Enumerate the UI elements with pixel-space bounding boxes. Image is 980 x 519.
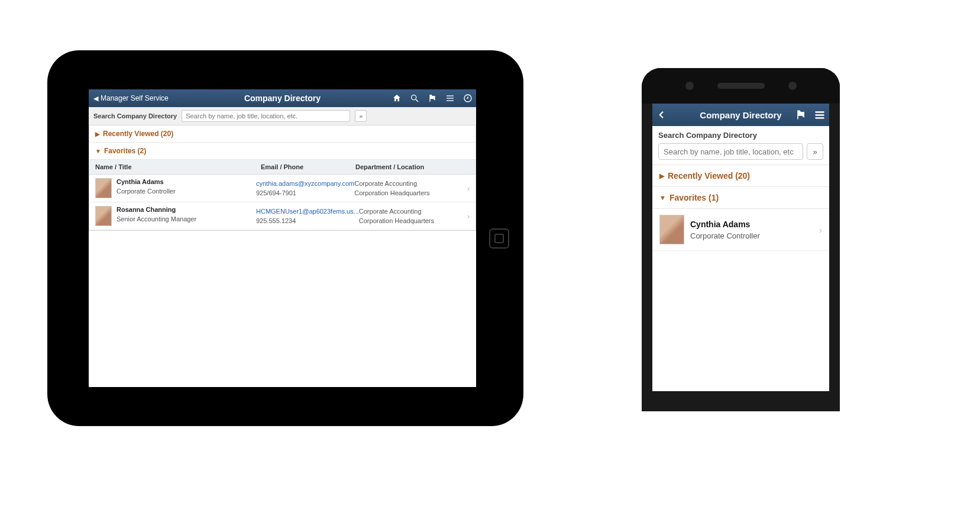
caret-right-icon: ▶ — [95, 131, 100, 137]
svg-rect-3 — [447, 98, 454, 98]
phone-speaker-icon — [717, 83, 765, 89]
phone-device-frame: Company Directory Search Company Directo… — [642, 68, 840, 411]
tablet-device-frame: ◀ Manager Self Service Company Directory — [47, 50, 523, 426]
col-email-phone: Email / Phone — [261, 163, 355, 170]
column-header-row: Name / Title Email / Phone Department / … — [89, 160, 476, 175]
person-email[interactable]: HCMGENUser1@ap6023fems.us... — [256, 208, 359, 215]
directory-panel: ▶ Recently Viewed (20) ▼ Favorites (2) N… — [89, 125, 476, 231]
person-location: Corporation Headquarters — [359, 217, 470, 224]
back-label: Manager Self Service — [101, 94, 169, 102]
caret-down-icon: ▼ — [659, 194, 666, 201]
person-dept: Corporate Accounting — [354, 180, 470, 187]
person-title: Corporate Controller — [117, 188, 176, 195]
svg-rect-6 — [816, 111, 824, 113]
person-title: Senior Accounting Manager — [117, 215, 196, 223]
phone-header-bar: Company Directory — [652, 104, 829, 126]
section-label: Recently Viewed (20) — [103, 130, 173, 138]
section-label: Favorites (1) — [669, 193, 719, 202]
chevron-right-icon: › — [467, 184, 470, 193]
compass-icon[interactable] — [463, 94, 473, 103]
person-row[interactable]: Cynthia Adams Corporate Controller › — [652, 209, 829, 251]
home-icon[interactable] — [392, 94, 402, 103]
page-title: Company Directory — [244, 94, 321, 103]
menu-icon[interactable] — [814, 109, 826, 121]
section-label: Recently Viewed (20) — [668, 171, 750, 180]
avatar — [95, 178, 112, 198]
svg-rect-4 — [447, 100, 454, 101]
search-go-button[interactable]: » — [807, 143, 823, 160]
search-input[interactable] — [182, 110, 350, 122]
chevron-right-icon: › — [467, 212, 470, 221]
svg-rect-7 — [816, 114, 824, 116]
section-favorites[interactable]: ▼ Favorites (2) — [89, 143, 476, 160]
menu-icon[interactable] — [445, 94, 455, 103]
person-phone: 925/694-7901 — [256, 189, 354, 196]
flag-icon[interactable] — [795, 109, 807, 121]
svg-rect-8 — [816, 117, 824, 119]
person-row[interactable]: Cynthia Adams Corporate Controller cynth… — [89, 175, 476, 202]
col-dept-location: Department / Location — [355, 163, 470, 170]
avatar — [95, 206, 112, 226]
svg-line-1 — [416, 99, 418, 102]
chevron-left-icon: ◀ — [93, 95, 98, 102]
search-label: Search Company Directory — [658, 131, 823, 140]
avatar — [659, 215, 684, 244]
person-name: Cynthia Adams — [117, 178, 176, 185]
page-title: Company Directory — [700, 110, 781, 120]
person-title: Corporate Controller — [690, 231, 760, 240]
back-button[interactable]: ◀ Manager Self Service — [89, 94, 173, 102]
caret-down-icon: ▼ — [95, 148, 101, 154]
person-row[interactable]: Rosanna Channing Senior Accounting Manag… — [89, 202, 476, 230]
person-phone: 925.555.1234 — [256, 217, 359, 224]
flag-icon[interactable] — [428, 94, 437, 103]
section-label: Favorites (2) — [104, 147, 146, 155]
search-label: Search Company Directory — [93, 112, 177, 120]
section-favorites[interactable]: ▼ Favorites (1) — [652, 187, 829, 209]
search-icon[interactable] — [410, 94, 419, 103]
search-bar: Search Company Directory » — [652, 126, 829, 165]
person-email[interactable]: cynthia.adams@xyzcompany.com — [256, 180, 354, 187]
svg-point-0 — [412, 95, 416, 100]
header-icon-group — [392, 94, 473, 103]
search-bar: Search Company Directory » — [89, 107, 476, 125]
person-location: Corporation Headquarters — [354, 189, 470, 196]
phone-camera-icon — [685, 82, 694, 90]
tablet-home-button[interactable] — [489, 228, 509, 249]
search-input[interactable] — [658, 143, 803, 160]
person-dept: Corporate Accounting — [359, 208, 470, 215]
person-name: Rosanna Channing — [117, 206, 196, 213]
phone-sensor-icon — [788, 82, 797, 90]
phone-screen: Company Directory Search Company Directo… — [652, 104, 829, 391]
phone-hardware-top — [642, 68, 840, 104]
svg-rect-2 — [447, 95, 454, 96]
person-name: Cynthia Adams — [690, 220, 760, 229]
section-recently-viewed[interactable]: ▶ Recently Viewed (20) — [89, 125, 476, 143]
section-recently-viewed[interactable]: ▶ Recently Viewed (20) — [652, 165, 829, 187]
search-go-button[interactable]: » — [355, 110, 367, 122]
chevron-right-icon: › — [819, 225, 822, 235]
tablet-screen: ◀ Manager Self Service Company Directory — [89, 89, 476, 387]
back-button[interactable] — [652, 109, 670, 120]
tablet-header-bar: ◀ Manager Self Service Company Directory — [89, 89, 476, 107]
col-name-title: Name / Title — [95, 163, 261, 170]
caret-right-icon: ▶ — [659, 172, 664, 180]
